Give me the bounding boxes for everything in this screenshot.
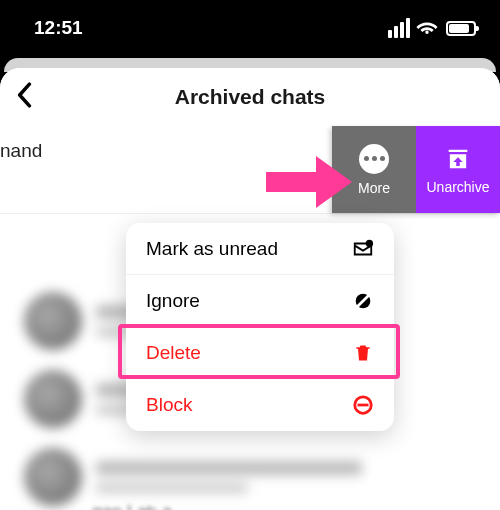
swipe-actions: More Unarchive [332, 126, 500, 213]
menu-label: Delete [146, 342, 201, 364]
menu-label: Block [146, 394, 192, 416]
avatar [24, 448, 82, 506]
list-item[interactable] [0, 438, 500, 510]
trash-icon [352, 342, 374, 364]
avatar [24, 370, 82, 428]
unarchive-button[interactable]: Unarchive [416, 126, 500, 213]
mail-icon [352, 238, 374, 260]
context-menu: Mark as unread Ignore Delete Block [126, 223, 394, 431]
menu-delete[interactable]: Delete [126, 327, 394, 379]
annotation-arrow [266, 156, 352, 212]
page-title: Archived chats [0, 85, 500, 109]
status-bar: 12:51 [0, 0, 500, 56]
unarchive-label: Unarchive [426, 179, 489, 195]
back-button[interactable] [16, 79, 52, 116]
block-icon [352, 394, 374, 416]
unarchive-icon [444, 145, 472, 173]
more-icon [359, 144, 389, 174]
status-indicators [388, 18, 476, 38]
chat-name-partial: nand [0, 140, 42, 162]
status-time: 12:51 [34, 17, 83, 39]
menu-label: Mark as unread [146, 238, 278, 260]
wifi-icon [416, 20, 438, 36]
menu-block[interactable]: Block [126, 379, 394, 431]
menu-mark-unread[interactable]: Mark as unread [126, 223, 394, 275]
chat-name-peek: gan Latı a [92, 502, 172, 510]
battery-icon [446, 21, 476, 36]
navbar: Archived chats [0, 68, 500, 126]
menu-label: Ignore [146, 290, 200, 312]
eye-off-icon [352, 290, 374, 312]
svg-point-0 [366, 239, 373, 246]
menu-ignore[interactable]: Ignore [126, 275, 394, 327]
avatar [24, 292, 82, 350]
chat-row[interactable]: nand More Unarchive [0, 126, 500, 214]
signal-icon [388, 18, 410, 38]
more-label: More [358, 180, 390, 196]
